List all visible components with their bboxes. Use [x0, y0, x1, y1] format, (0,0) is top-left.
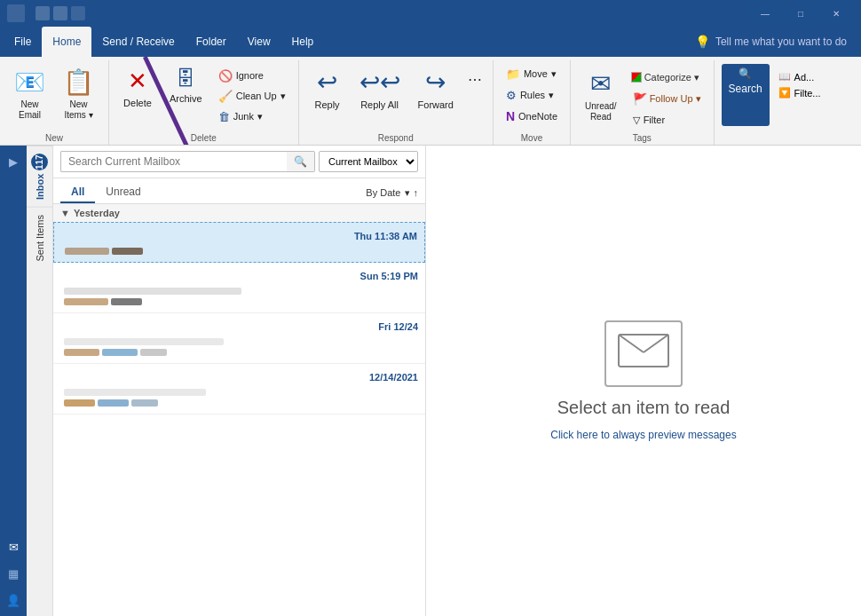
sort-label: By Date: [366, 187, 400, 198]
ribbon-group-find: 🔍 Search 📖 Ad... 🔽 Filte...: [715, 60, 833, 145]
rules-icon: ⚙: [506, 89, 517, 102]
color-bar: [102, 349, 138, 356]
color-bar: [64, 349, 99, 356]
reading-pane-preview-link[interactable]: Click here to always preview messages: [550, 429, 736, 441]
reply-all-label: Reply All: [360, 99, 399, 111]
filter-button[interactable]: ▽ Filter: [628, 110, 707, 130]
qat-more[interactable]: [71, 6, 85, 20]
onenote-button[interactable]: N OneNote: [501, 107, 563, 126]
filter-email-button[interactable]: 🔽 Filte...: [773, 85, 826, 100]
sent-items-label-item[interactable]: Sent Items: [27, 207, 52, 269]
menu-send-receive[interactable]: Send / Receive: [91, 27, 185, 57]
mail-item[interactable]: 12/14/2021: [53, 364, 425, 415]
unread-read-button[interactable]: ✉ Unread/Read: [578, 66, 624, 128]
delete-label: Delete: [123, 98, 152, 109]
mail-subject-placeholder: [64, 389, 206, 396]
address-book-button[interactable]: 📖 Ad...: [773, 69, 826, 84]
forward-icon: ↪: [425, 67, 446, 97]
clean-up-icon: 🧹: [218, 90, 233, 103]
ribbon-group-move: 📁 Move ▾ ⚙ Rules ▾ N OneNote Move: [494, 60, 571, 145]
mail-sender: [64, 270, 126, 282]
search-label: Search: [729, 83, 762, 95]
junk-button[interactable]: 🗑 Junk ▾: [213, 107, 291, 126]
nav-sidebar: ▶ ✉ ▦ 👤: [0, 146, 27, 616]
archive-button[interactable]: 🗄 Archive: [162, 64, 209, 126]
menu-home[interactable]: Home: [42, 27, 91, 57]
expand-sidebar-button[interactable]: ▶: [1, 149, 26, 174]
tab-unread[interactable]: Unread: [95, 182, 151, 203]
new-email-button[interactable]: 📧 NewEmail: [7, 64, 52, 126]
search-button[interactable]: 🔍 Search: [722, 64, 770, 126]
move-button[interactable]: 📁 Move ▾: [501, 64, 562, 83]
mail-subject-placeholder: [64, 288, 241, 295]
nav-contacts-button[interactable]: 👤: [1, 588, 26, 612]
close-btn[interactable]: ✕: [818, 0, 854, 27]
color-bar: [65, 248, 109, 255]
redo-btn[interactable]: [53, 6, 67, 20]
delete-button[interactable]: ✕ Delete: [116, 64, 159, 126]
rules-arrow: ▾: [549, 90, 554, 101]
mail-search-button[interactable]: 🔍: [287, 151, 315, 172]
mail-search-input[interactable]: [60, 151, 287, 172]
mail-color-bars: [64, 349, 418, 356]
svg-line-4: [644, 335, 668, 352]
ribbon-group-delete-content: ✕ Delete 🗄 Archive 🚫 Ignore 🧹 Clean Up ▾: [116, 60, 291, 133]
mail-item[interactable]: Thu 11:38 AM: [53, 222, 425, 263]
menu-view[interactable]: View: [237, 27, 281, 57]
undo-btn[interactable]: [36, 6, 50, 20]
search-icon: 🔍: [739, 67, 752, 80]
mail-color-bars: [64, 298, 418, 305]
color-bar: [64, 298, 108, 305]
mail-item[interactable]: Fri 12/24: [53, 313, 425, 364]
mail-color-bars: [65, 248, 417, 255]
reading-pane-envelope-icon: [604, 320, 683, 387]
main-layout: ▶ ✉ ▦ 👤 Inbox 117 Sent Items 🔍 Current M…: [0, 146, 861, 616]
mail-labels-sidebar: Inbox 117 Sent Items: [27, 146, 53, 616]
color-bar: [111, 298, 142, 305]
inbox-label-item[interactable]: Inbox 117: [27, 146, 52, 207]
nav-calendar-button[interactable]: ▦: [1, 561, 26, 586]
color-bar: [112, 248, 143, 255]
mail-scope-select[interactable]: Current Mailbox All Mailboxes Current Fo…: [319, 151, 418, 172]
new-email-label: NewEmail: [19, 99, 41, 121]
mail-sender: [64, 320, 126, 333]
clean-up-button[interactable]: 🧹 Clean Up ▾: [213, 86, 291, 106]
minimize-btn[interactable]: —: [747, 0, 783, 27]
follow-up-button[interactable]: 🚩 Follow Up ▾: [628, 89, 707, 108]
mail-item-top: 12/14/2021: [64, 371, 418, 383]
window-controls: — □ ✕: [747, 0, 854, 27]
rules-button[interactable]: ⚙ Rules ▾: [501, 85, 559, 105]
mail-color-bars: [64, 399, 418, 407]
mail-item[interactable]: Sun 5:19 PM: [53, 263, 425, 313]
ribbon-group-find-label: [722, 143, 826, 145]
color-bar: [140, 349, 167, 356]
menu-folder[interactable]: Folder: [186, 27, 237, 57]
tab-all[interactable]: All: [60, 182, 95, 203]
maximize-btn[interactable]: □: [783, 0, 818, 27]
unread-read-label: Unread/Read: [585, 101, 617, 122]
ribbon-group-move-label: Move: [501, 133, 563, 145]
move-icon: 📁: [506, 67, 520, 81]
mail-list-panel: 🔍 Current Mailbox All Mailboxes Current …: [53, 146, 426, 616]
reply-all-button[interactable]: ↩↩ Reply All: [352, 64, 407, 126]
forward-label: Forward: [418, 99, 454, 111]
respond-more-btn[interactable]: ⋯: [464, 69, 486, 89]
categorize-arrow: ▾: [694, 72, 699, 83]
ignore-button[interactable]: 🚫 Ignore: [213, 66, 291, 85]
new-items-button[interactable]: 📋 NewItems ▾: [56, 64, 101, 126]
delete-icon: ✕: [128, 67, 147, 95]
ignore-icon: 🚫: [218, 69, 233, 83]
mail-sort-control[interactable]: By Date ▾ ↑: [366, 187, 418, 199]
forward-button[interactable]: ↪ Forward: [411, 64, 461, 126]
mail-section-yesterday: ▼ Yesterday: [53, 204, 425, 222]
filter-email-icon: 🔽: [778, 87, 791, 99]
mail-time: Thu 11:38 AM: [354, 231, 417, 241]
mail-time: Sun 5:19 PM: [360, 271, 418, 281]
categorize-button[interactable]: Categorize ▾: [628, 67, 707, 87]
nav-mail-button[interactable]: ✉: [1, 534, 26, 559]
reply-button[interactable]: ↩ Reply: [306, 64, 349, 126]
menu-help[interactable]: Help: [281, 27, 325, 57]
quick-access-toolbar: [36, 6, 85, 20]
tell-me-bar[interactable]: 💡 Tell me what you want to do: [684, 27, 857, 57]
menu-file[interactable]: File: [4, 27, 42, 57]
